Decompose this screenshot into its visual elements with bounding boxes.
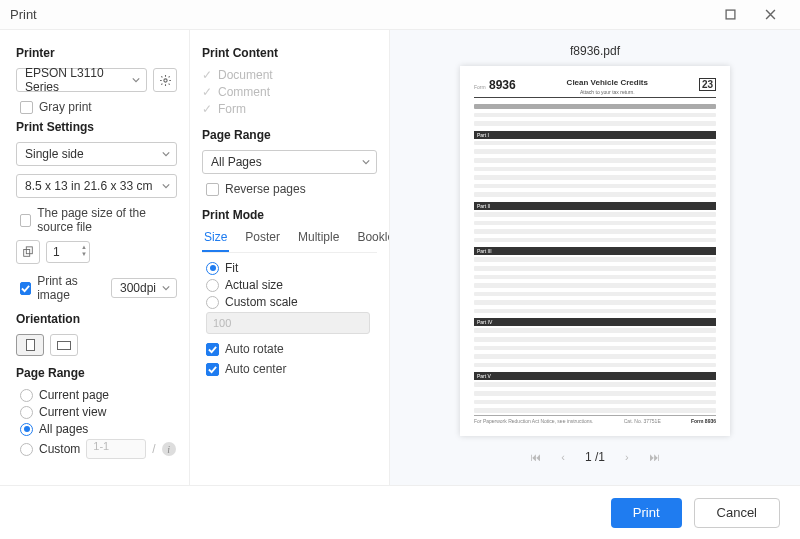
titlebar: Print (0, 0, 800, 30)
content-area: Printer EPSON L3110 Series Gray print Pr… (0, 30, 800, 485)
form-title: Clean Vehicle Credits (522, 78, 693, 87)
svg-point-1 (163, 78, 166, 81)
content-form: ✓Form (202, 102, 377, 116)
all-pages-radio[interactable] (20, 423, 33, 436)
paper-size-value: 8.5 x 13 in 21.6 x 33 cm (25, 179, 152, 193)
gray-print-checkbox[interactable] (20, 101, 33, 114)
pager-first[interactable]: ⏮ (530, 451, 541, 463)
custom-scale-radio[interactable] (206, 296, 219, 309)
dpi-value: 300dpi (120, 281, 156, 295)
chevron-down-icon (162, 281, 170, 295)
form-year: 23 (699, 78, 716, 91)
orientation-heading: Orientation (16, 312, 177, 326)
all-pages-label: All pages (39, 422, 88, 436)
left-column: Printer EPSON L3110 Series Gray print Pr… (0, 30, 190, 485)
fit-label: Fit (225, 261, 238, 275)
current-page-radio[interactable] (20, 389, 33, 402)
check-icon: ✓ (202, 85, 212, 99)
dpi-select[interactable]: 300dpi (111, 278, 177, 298)
maximize-icon (725, 9, 736, 20)
auto-rotate-checkbox[interactable] (206, 343, 219, 356)
page-range-select[interactable]: All Pages (202, 150, 377, 174)
copies-down-icon[interactable]: ▼ (81, 251, 87, 258)
svg-rect-2 (24, 249, 30, 256)
left-page-range-heading: Page Range (16, 366, 177, 380)
content-form-label: Form (218, 102, 246, 116)
reverse-pages-checkbox[interactable] (206, 183, 219, 196)
pager-last[interactable]: ⏭ (649, 451, 660, 463)
sides-value: Single side (25, 147, 84, 161)
mid-page-range-heading: Page Range (202, 128, 377, 142)
fit-radio[interactable] (206, 262, 219, 275)
auto-center-checkbox[interactable] (206, 363, 219, 376)
preview-page: Form 8936 Clean Vehicle Credits Attach t… (460, 66, 730, 436)
pager-prev[interactable]: ‹ (561, 451, 565, 463)
page-size-source-checkbox[interactable] (20, 214, 31, 227)
preview-filename: f8936.pdf (570, 44, 620, 58)
custom-scale-input: 100 (206, 312, 370, 334)
copies-input[interactable]: 1 ▲▼ (46, 241, 90, 263)
current-view-radio[interactable] (20, 406, 33, 419)
copies-up-icon[interactable]: ▲ (81, 244, 87, 251)
info-icon[interactable]: i (162, 442, 176, 456)
collate-button[interactable] (16, 240, 40, 264)
window-title: Print (10, 7, 37, 22)
preview-pager: ⏮ ‹ 1 /1 › ⏭ (530, 450, 659, 464)
current-view-label: Current view (39, 405, 106, 419)
content-document-label: Document (218, 68, 273, 82)
page-range-value: All Pages (211, 155, 262, 169)
custom-range-input[interactable]: 1-1 (86, 439, 146, 459)
chevron-down-icon (162, 179, 170, 193)
print-as-image-label: Print as image (37, 274, 101, 302)
tab-poster[interactable]: Poster (243, 230, 282, 252)
preview-pane: f8936.pdf Form 8936 Clean Vehicle Credit… (390, 30, 800, 485)
gray-print-label: Gray print (39, 100, 92, 114)
page-size-source-label: The page size of the source file (37, 206, 177, 234)
svg-rect-0 (726, 10, 735, 19)
content-comment-label: Comment (218, 85, 270, 99)
actual-size-radio[interactable] (206, 279, 219, 292)
close-icon (765, 9, 776, 20)
content-document: ✓Document (202, 68, 377, 82)
chevron-down-icon (362, 155, 370, 169)
chevron-down-icon (132, 73, 140, 87)
auto-center-label: Auto center (225, 362, 286, 376)
svg-rect-3 (26, 247, 32, 254)
range-slash: / (152, 442, 155, 456)
cancel-button[interactable]: Cancel (694, 498, 780, 528)
content-comment: ✓Comment (202, 85, 377, 99)
collate-icon (22, 246, 34, 258)
printer-selected: EPSON L3110 Series (25, 66, 126, 94)
custom-range-radio[interactable] (20, 443, 33, 456)
print-mode-heading: Print Mode (202, 208, 377, 222)
orientation-landscape[interactable] (50, 334, 78, 356)
form-subtitle: Attach to your tax return. (522, 89, 693, 95)
dialog-footer: Print Cancel (0, 485, 800, 539)
printer-settings-button[interactable] (153, 68, 177, 92)
close-button[interactable] (750, 1, 790, 29)
print-settings-heading: Print Settings (16, 120, 177, 134)
printer-heading: Printer (16, 46, 177, 60)
portrait-icon (26, 339, 35, 351)
paper-size-select[interactable]: 8.5 x 13 in 21.6 x 33 cm (16, 174, 177, 198)
actual-size-label: Actual size (225, 278, 283, 292)
auto-rotate-label: Auto rotate (225, 342, 284, 356)
printer-select[interactable]: EPSON L3110 Series (16, 68, 147, 92)
check-icon: ✓ (202, 68, 212, 82)
form-number: 8936 (489, 78, 516, 92)
tab-booklet[interactable]: Booklet (355, 230, 390, 252)
pager-next[interactable]: › (625, 451, 629, 463)
print-as-image-checkbox[interactable] (20, 282, 31, 295)
gear-icon (159, 74, 172, 87)
tab-size[interactable]: Size (202, 230, 229, 252)
tab-multiple[interactable]: Multiple (296, 230, 341, 252)
maximize-button[interactable] (710, 1, 750, 29)
check-icon: ✓ (202, 102, 212, 116)
orientation-portrait[interactable] (16, 334, 44, 356)
print-button[interactable]: Print (611, 498, 682, 528)
chevron-down-icon (162, 147, 170, 161)
pager-total: 1 (598, 450, 605, 464)
sides-select[interactable]: Single side (16, 142, 177, 166)
custom-scale-label: Custom scale (225, 295, 298, 309)
landscape-icon (57, 341, 71, 350)
